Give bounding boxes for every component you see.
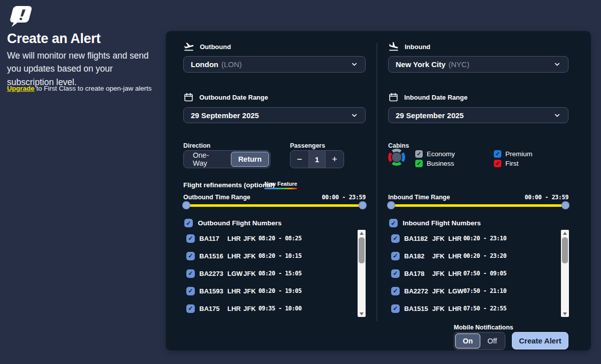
slider-handle-start[interactable] bbox=[387, 201, 395, 209]
create-alert-button[interactable]: Create Alert bbox=[512, 332, 568, 349]
flight-number: BA175 bbox=[199, 305, 227, 312]
passengers-increment-button[interactable]: + bbox=[326, 151, 344, 168]
column-divider bbox=[377, 43, 377, 321]
notifications-on-button[interactable]: On bbox=[455, 333, 480, 348]
upgrade-note-text: to First Class to create open-jaw alerts bbox=[35, 85, 152, 92]
outbound-airport-city: London bbox=[191, 60, 218, 69]
slider-handle-start[interactable] bbox=[182, 201, 190, 209]
flight-times: 09:35 - 10:00 bbox=[258, 305, 302, 312]
outbound-list-scrollbar[interactable] bbox=[358, 230, 366, 317]
inbound-airport-select[interactable]: New York City (NYC) bbox=[388, 56, 568, 73]
flight-row: BA1593 LHR JFK 08:20 - 19:05 bbox=[183, 286, 356, 296]
app-logo-icon bbox=[8, 5, 32, 30]
flight-checkbox[interactable] bbox=[186, 252, 195, 260]
inbound-flights-list: BA1182 JFK LHR 00:20 - 23:10 BA182 JFK L… bbox=[388, 233, 558, 321]
outbound-date-select[interactable]: 29 September 2025 bbox=[183, 107, 366, 123]
direction-return-button[interactable]: Return bbox=[231, 152, 269, 167]
slider-handle-end[interactable] bbox=[561, 201, 569, 209]
mobile-notifications-label: Mobile Notifications bbox=[454, 324, 513, 331]
flight-checkbox[interactable] bbox=[186, 234, 195, 243]
inbound-flights-label: Inbound Flight Numbers bbox=[403, 219, 481, 227]
page-title: Create an Alert bbox=[7, 31, 101, 47]
passengers-decrement-button[interactable]: − bbox=[290, 151, 309, 168]
new-feature-badge: New Feature bbox=[264, 181, 297, 190]
direction-one-way-button[interactable]: One-Way bbox=[185, 152, 231, 167]
scroll-down-icon[interactable] bbox=[358, 310, 366, 317]
flight-checkbox[interactable] bbox=[186, 304, 195, 313]
notifications-off-button[interactable]: Off bbox=[480, 333, 504, 348]
outbound-time-range-value: 00:00 - 23:59 bbox=[183, 194, 366, 201]
flight-checkbox[interactable] bbox=[391, 234, 400, 243]
flight-checkbox[interactable] bbox=[391, 269, 400, 278]
inbound-list-scrollbar[interactable] bbox=[561, 230, 569, 317]
scroll-down-icon[interactable] bbox=[561, 310, 569, 317]
flight-times: 07:50 - 21:10 bbox=[463, 287, 506, 294]
flight-number: BA1515 bbox=[404, 305, 432, 312]
flight-destination: JFK bbox=[243, 287, 258, 295]
first-checkbox[interactable] bbox=[494, 160, 501, 167]
outbound-flights-list: BA117 LHR JFK 08:20 - 08:25 BA1516 LHR J… bbox=[183, 233, 356, 321]
flight-origin: JFK bbox=[432, 252, 448, 260]
outbound-header-label: Outbound bbox=[200, 43, 231, 51]
cabin-premium[interactable]: Premium bbox=[494, 150, 532, 158]
inbound-date-label: Inbound Date Range bbox=[404, 94, 467, 101]
flight-times: 08:20 - 15:05 bbox=[258, 270, 302, 277]
business-label: Business bbox=[427, 160, 454, 167]
slider-handle-end[interactable] bbox=[359, 201, 367, 209]
cabin-economy[interactable]: Economy bbox=[415, 150, 455, 158]
rainbow-underline bbox=[264, 188, 297, 189]
flight-checkbox[interactable] bbox=[186, 287, 195, 295]
inbound-date-value: 29 September 2025 bbox=[396, 111, 464, 120]
cabin-first[interactable]: First bbox=[494, 160, 518, 167]
chevron-down-icon bbox=[351, 112, 358, 119]
direction-toggle: One-Way Return bbox=[183, 150, 270, 168]
premium-label: Premium bbox=[505, 150, 532, 158]
outbound-flights-checkbox[interactable] bbox=[184, 219, 193, 227]
flight-destination: LHR bbox=[448, 270, 463, 277]
slider-track[interactable] bbox=[388, 204, 568, 207]
economy-checkbox[interactable] bbox=[415, 150, 423, 158]
flight-row: BA2273 LGW JFK 08:20 - 15:05 bbox=[183, 268, 356, 278]
flight-times: 08:20 - 10:15 bbox=[258, 252, 302, 259]
flight-destination: LGW bbox=[448, 287, 463, 295]
scroll-up-icon[interactable] bbox=[561, 230, 569, 236]
inbound-airport-city: New York City bbox=[396, 60, 445, 69]
first-label: First bbox=[505, 160, 518, 167]
business-checkbox[interactable] bbox=[415, 160, 423, 167]
flight-origin: LHR bbox=[227, 305, 243, 312]
flight-row: BA1182 JFK LHR 00:20 - 23:10 bbox=[388, 233, 558, 243]
flight-destination: LHR bbox=[448, 305, 463, 312]
flight-times: 07:50 - 09:05 bbox=[463, 270, 506, 277]
cabin-business[interactable]: Business bbox=[415, 160, 454, 167]
flight-number: BA1516 bbox=[199, 252, 227, 260]
inbound-date-select[interactable]: 29 September 2025 bbox=[388, 107, 568, 123]
chevron-down-icon bbox=[553, 112, 561, 119]
scrollbar-thumb[interactable] bbox=[562, 237, 568, 263]
scrollbar-thumb[interactable] bbox=[359, 237, 365, 263]
cabins-donut-icon bbox=[388, 148, 406, 168]
flight-checkbox[interactable] bbox=[391, 252, 400, 260]
flight-destination: LHR bbox=[448, 252, 463, 260]
flight-origin: LHR bbox=[227, 287, 243, 295]
inbound-time-range-value: 00:00 - 23:59 bbox=[388, 194, 568, 201]
flight-number: BA117 bbox=[199, 235, 227, 242]
flight-checkbox[interactable] bbox=[186, 269, 195, 278]
outbound-date-value: 29 September 2025 bbox=[191, 111, 259, 120]
outbound-airport-select[interactable]: London (LON) bbox=[183, 56, 366, 73]
flight-checkbox[interactable] bbox=[391, 304, 400, 313]
economy-label: Economy bbox=[427, 150, 455, 158]
inbound-flights-header: Inbound Flight Numbers bbox=[389, 219, 481, 227]
flight-times: 00:20 - 23:20 bbox=[463, 252, 506, 259]
flight-checkbox[interactable] bbox=[391, 287, 400, 295]
flight-row: BA1515 JFK LHR 07:50 - 22:55 bbox=[388, 303, 558, 313]
slider-track[interactable] bbox=[183, 204, 366, 207]
inbound-flights-checkbox[interactable] bbox=[389, 219, 398, 227]
premium-checkbox[interactable] bbox=[494, 150, 501, 158]
outbound-flights-header: Outbound Flight Numbers bbox=[184, 219, 281, 227]
upgrade-link[interactable]: Upgrade bbox=[7, 85, 35, 92]
flight-row: BA175 LHR JFK 09:35 - 10:00 bbox=[183, 303, 356, 313]
flight-origin: JFK bbox=[432, 305, 448, 312]
upgrade-note: Upgrade to First Class to create open-ja… bbox=[7, 85, 152, 92]
inbound-header: Inbound bbox=[388, 41, 430, 52]
scroll-up-icon[interactable] bbox=[358, 230, 366, 236]
